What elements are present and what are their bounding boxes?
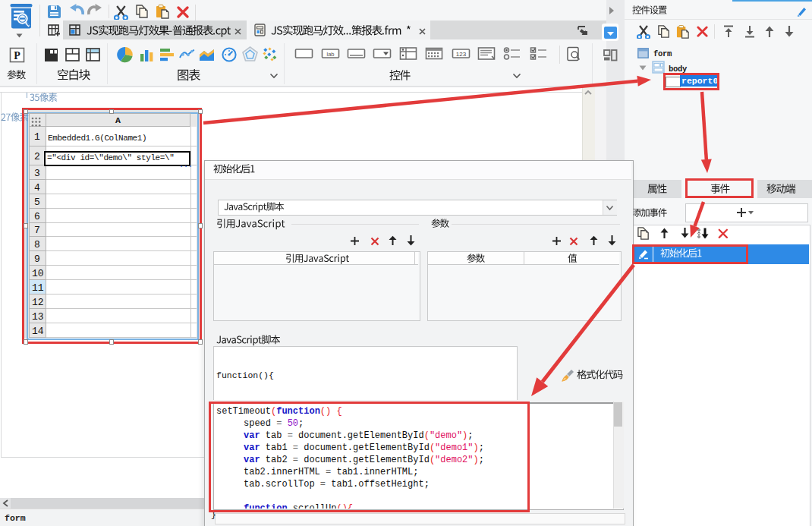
svg-text:P: P: [14, 50, 20, 61]
svg-text:123: 123: [456, 51, 467, 58]
svg-text:lab: lab: [326, 51, 334, 58]
